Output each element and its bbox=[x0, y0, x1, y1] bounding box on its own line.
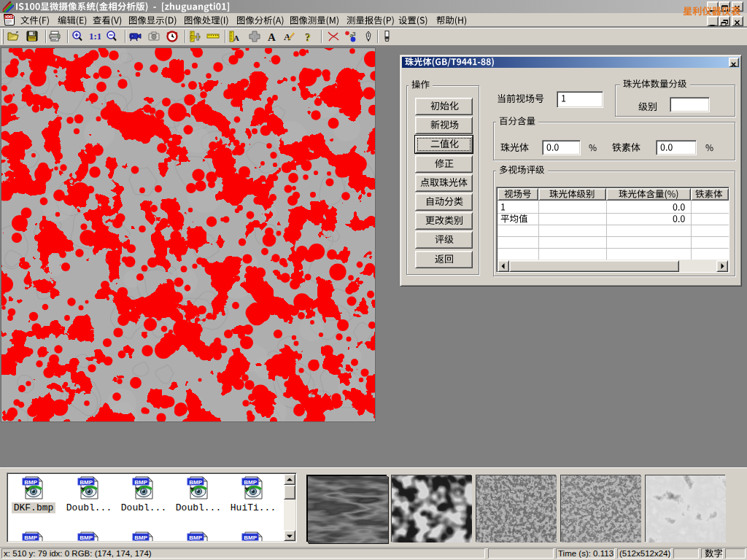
svg-text:1:1: 1:1 bbox=[89, 31, 101, 42]
svg-text:BMP: BMP bbox=[24, 534, 37, 541]
svg-text:A: A bbox=[268, 31, 276, 43]
svg-text:BMP: BMP bbox=[80, 479, 93, 486]
svg-text:BMP: BMP bbox=[24, 479, 37, 486]
svg-text:BMP: BMP bbox=[244, 479, 257, 486]
svg-text:BMP: BMP bbox=[189, 534, 202, 541]
svg-text:BMP: BMP bbox=[244, 534, 257, 541]
svg-text:BMP: BMP bbox=[134, 534, 147, 541]
svg-text:BMP: BMP bbox=[134, 479, 147, 486]
svg-text:?: ? bbox=[306, 32, 311, 44]
svg-text:BMP: BMP bbox=[80, 534, 93, 541]
svg-text:BMP: BMP bbox=[189, 479, 202, 486]
svg-text:3: 3 bbox=[352, 31, 356, 37]
svg-text:DOC: DOC bbox=[5, 15, 14, 19]
svg-text:A: A bbox=[233, 34, 239, 42]
